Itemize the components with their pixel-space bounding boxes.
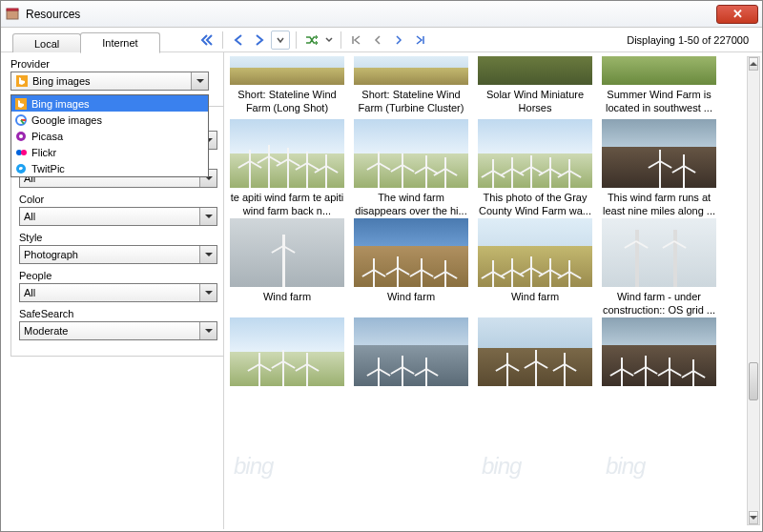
window-title: Resources [26, 8, 80, 21]
result-item[interactable]: Solar Wind Miniature Horses [478, 56, 592, 115]
dropdown-item-bing[interactable]: Bing images [11, 95, 208, 112]
safesearch-select[interactable]: Moderate [19, 321, 217, 340]
people-label: People [19, 270, 217, 281]
chevron-down-icon [199, 322, 217, 339]
dropdown-item-google[interactable]: Google images [11, 112, 208, 128]
result-item[interactable]: This wind farm runs at least nine miles … [602, 119, 716, 218]
people-select[interactable]: All [19, 283, 217, 302]
color-label: Color [19, 194, 217, 205]
bing-icon [14, 97, 28, 111]
provider-dropdown: Bing images Google images Picasa Flickr … [10, 94, 209, 177]
svg-rect-0 [7, 10, 18, 19]
scroll-down-icon[interactable] [749, 511, 758, 524]
nav-first-icon[interactable] [347, 31, 366, 50]
result-item[interactable]: The wind farm disappears over the hi... [354, 119, 468, 218]
google-icon [14, 113, 28, 127]
results-grid: Short: Stateline Wind Farm (Long Shot) S… [230, 56, 754, 119]
nav-last-icon[interactable] [410, 31, 429, 50]
flickr-icon [14, 146, 28, 159]
style-select[interactable]: Photograph [19, 245, 217, 264]
chevron-down-icon [191, 72, 208, 90]
result-item[interactable]: This photo of the Gray County Wind Farm … [478, 119, 592, 218]
result-item[interactable] [602, 317, 716, 411]
back-icon[interactable] [229, 31, 248, 50]
result-item[interactable]: te apiti wind farm te apiti wind farm ba… [230, 119, 344, 218]
provider-label: Provider [10, 58, 214, 70]
chevron-down-icon [199, 246, 217, 263]
style-label: Style [19, 232, 217, 243]
result-item[interactable]: Wind farm [478, 218, 592, 317]
result-item[interactable]: Wind farm - under construction:: OS grid… [602, 218, 716, 317]
chevron-down-icon [199, 208, 217, 225]
titlebar: Resources ✕ [1, 1, 762, 28]
shuffle-icon[interactable] [302, 31, 321, 50]
close-button[interactable]: ✕ [716, 5, 758, 24]
nav-prev-icon[interactable] [368, 31, 387, 50]
result-item[interactable]: Short: Stateline Wind Farm (Turbine Clus… [354, 56, 468, 115]
provider-select[interactable]: Bing images [10, 72, 209, 91]
svg-rect-1 [7, 9, 18, 10]
app-icon [5, 7, 20, 22]
result-item[interactable]: Wind farm [230, 218, 344, 317]
scrollbar[interactable] [747, 56, 760, 525]
twitpic-icon [14, 162, 28, 175]
result-item[interactable]: Short: Stateline Wind Farm (Long Shot) [230, 56, 344, 115]
scroll-up-icon[interactable] [749, 57, 758, 71]
result-item[interactable]: Wind farm [354, 218, 468, 317]
nav-next-icon[interactable] [389, 31, 408, 50]
result-item[interactable]: Summer Wind Farm is located in southwest… [602, 56, 716, 115]
tab-local[interactable]: Local [12, 33, 81, 53]
result-item[interactable] [478, 317, 592, 411]
result-count: Displaying 1-50 of 227000 [627, 34, 756, 46]
safesearch-label: SafeSearch [19, 308, 217, 319]
first-page-icon[interactable] [197, 31, 217, 50]
dropdown-item-twitpic[interactable]: TwitPic [11, 160, 208, 176]
svg-point-6 [19, 134, 23, 138]
tab-internet[interactable]: Internet [80, 32, 159, 53]
scroll-thumb[interactable] [749, 362, 758, 400]
result-item[interactable] [354, 317, 468, 411]
results-panel: bing bing bing bing bing bing bing bing … [224, 52, 762, 529]
toolbar [197, 31, 429, 50]
color-select[interactable]: All [19, 207, 217, 226]
dropdown-item-picasa[interactable]: Picasa [11, 128, 208, 144]
shuffle-dropdown-icon[interactable] [323, 31, 335, 50]
forward-dropdown-icon[interactable] [271, 31, 290, 50]
sidebar: Provider Bing images Bing images Google … [1, 52, 224, 529]
dropdown-item-flickr[interactable]: Flickr [11, 144, 208, 160]
topbar: Local Internet Displaying 1-50 of 227000 [1, 28, 762, 52]
provider-selected: Bing images [32, 75, 91, 87]
tabs: Local Internet [12, 28, 159, 52]
forward-icon[interactable] [250, 31, 269, 50]
svg-point-8 [21, 150, 27, 155]
picasa-icon [14, 130, 28, 143]
result-item[interactable] [230, 317, 344, 411]
chevron-down-icon [199, 284, 217, 301]
bing-icon [15, 74, 29, 88]
